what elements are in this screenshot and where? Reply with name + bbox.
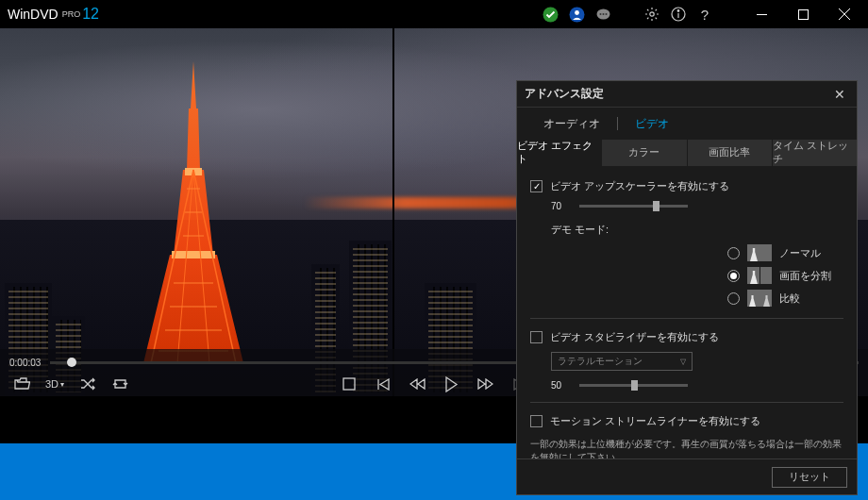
stop-button[interactable] bbox=[341, 375, 358, 392]
subtab-stretch[interactable]: タイム ストレッチ bbox=[773, 140, 857, 166]
radio-normal-label: ノーマル bbox=[779, 246, 836, 260]
close-button[interactable] bbox=[828, 1, 860, 27]
titlebar-icons: ? bbox=[542, 1, 860, 27]
sub-tabs: ビデオ エフェクト カラー 画面比率 タイム ストレッチ bbox=[517, 140, 857, 166]
panel-close-button[interactable]: ✕ bbox=[830, 87, 849, 102]
streamliner-checkbox[interactable] bbox=[530, 415, 542, 427]
app-title: WinDVD PRO 12 bbox=[8, 6, 99, 23]
svg-point-2 bbox=[575, 10, 579, 15]
advanced-settings-panel: アドバンス設定 ✕ オーディオ ビデオ ビデオ エフェクト カラー 画面比率 タ… bbox=[516, 80, 858, 495]
stabilizer-checkbox[interactable] bbox=[530, 331, 542, 343]
svg-point-4 bbox=[599, 13, 601, 15]
svg-point-5 bbox=[602, 13, 604, 15]
svg-rect-21 bbox=[343, 378, 355, 390]
upscaler-checkbox[interactable] bbox=[530, 180, 542, 192]
stabilizer-slider[interactable] bbox=[579, 384, 688, 387]
time-display: 0:00:03 bbox=[9, 358, 41, 368]
svg-point-10 bbox=[677, 10, 679, 12]
compare-mode-icon bbox=[747, 290, 772, 307]
subtab-ratio[interactable]: 画面比率 bbox=[688, 140, 773, 166]
panel-footer: リセット bbox=[517, 458, 857, 494]
3d-button[interactable]: 3D▾ bbox=[45, 378, 64, 390]
shuffle-button[interactable] bbox=[79, 375, 96, 392]
app-name: WinDVD bbox=[8, 7, 58, 22]
rewind-button[interactable] bbox=[409, 375, 426, 392]
normal-mode-icon bbox=[747, 244, 772, 261]
split-mode-icon bbox=[747, 267, 772, 284]
open-file-button[interactable] bbox=[13, 375, 30, 392]
main-tabs: オーディオ ビデオ bbox=[517, 108, 857, 140]
panel-title: アドバンス設定 bbox=[525, 86, 830, 102]
account-icon[interactable] bbox=[568, 6, 585, 23]
streamliner-label: モーション ストリームライナーを有効にする bbox=[550, 414, 760, 428]
subtab-effect[interactable]: ビデオ エフェクト bbox=[517, 140, 602, 166]
maximize-button[interactable] bbox=[787, 1, 819, 27]
tab-video[interactable]: ビデオ bbox=[618, 108, 686, 140]
subtab-color[interactable]: カラー bbox=[602, 140, 687, 166]
settings-icon[interactable] bbox=[643, 6, 660, 23]
svg-point-7 bbox=[650, 12, 654, 16]
upscaler-value: 70 bbox=[551, 201, 570, 211]
upscaler-label: ビデオ アップスケーラーを有効にする bbox=[550, 179, 729, 193]
radio-split[interactable] bbox=[727, 270, 740, 282]
radio-compare-label: 比較 bbox=[779, 292, 836, 306]
demo-mode-label: デモ モード: bbox=[551, 223, 843, 237]
titlebar: WinDVD PRO 12 ? bbox=[0, 0, 868, 28]
stabilizer-dropdown[interactable]: ラテラルモーション ▽ bbox=[551, 352, 693, 371]
minimize-button[interactable] bbox=[745, 1, 777, 27]
note-text-1: 一部の効果は上位機種が必要です。再生の画質が落ちる場合は一部の効果を無効にして下… bbox=[530, 438, 843, 458]
prev-button[interactable] bbox=[375, 375, 392, 392]
split-divider bbox=[392, 28, 394, 396]
message-icon[interactable] bbox=[594, 6, 611, 23]
app-version: 12 bbox=[82, 6, 99, 23]
panel-body: ビデオ アップスケーラーを有効にする 70 デモ モード: ノーマル 画面を分割 bbox=[517, 166, 857, 458]
panel-header: アドバンス設定 ✕ bbox=[517, 81, 857, 108]
radio-compare[interactable] bbox=[727, 292, 740, 305]
forward-button[interactable] bbox=[476, 375, 493, 392]
app-edition: PRO bbox=[62, 9, 81, 19]
radio-split-label: 画面を分割 bbox=[779, 269, 836, 283]
radio-normal[interactable] bbox=[727, 247, 740, 259]
svg-point-6 bbox=[605, 13, 607, 15]
help-icon[interactable]: ? bbox=[696, 6, 713, 23]
info-icon[interactable] bbox=[670, 6, 687, 23]
upscaler-slider[interactable] bbox=[579, 205, 688, 208]
chevron-down-icon: ▽ bbox=[680, 358, 686, 366]
tab-audio[interactable]: オーディオ bbox=[526, 108, 617, 140]
svg-rect-12 bbox=[798, 9, 808, 19]
status-ok-icon[interactable] bbox=[542, 6, 559, 23]
repeat-button[interactable] bbox=[111, 375, 128, 392]
stabilizer-value: 50 bbox=[551, 380, 570, 391]
stabilizer-label: ビデオ スタビライザーを有効にする bbox=[550, 330, 719, 344]
stabilizer-dropdown-value: ラテラルモーション bbox=[558, 355, 643, 368]
reset-button[interactable]: リセット bbox=[772, 467, 847, 488]
play-button[interactable] bbox=[442, 375, 459, 392]
